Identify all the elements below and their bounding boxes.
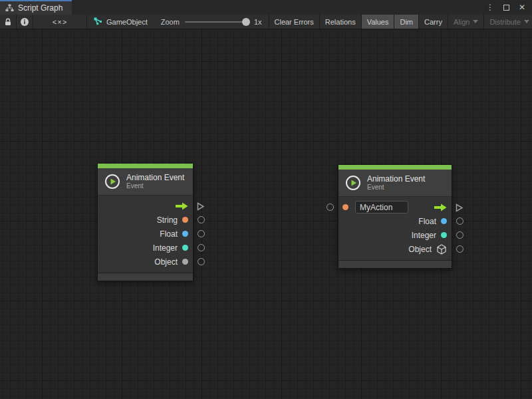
port-label: Float xyxy=(418,217,436,226)
tab-bar: Script Graph ⋮ ✕ xyxy=(0,0,532,15)
action-name-input[interactable]: MyAction xyxy=(355,201,408,213)
output-row: Float xyxy=(98,227,193,241)
values-toggle[interactable]: Values xyxy=(362,15,394,29)
node-accent-bar xyxy=(338,165,452,170)
script-graph-window: Script Graph ⋮ ✕ xyxy=(0,0,532,399)
string-type-icon xyxy=(342,204,348,210)
align-dropdown[interactable]: Align xyxy=(448,15,483,29)
graph-toolbar: <×> GameObject Zoom 1x Clear Errors Rela xyxy=(0,15,532,29)
integer-type-icon xyxy=(441,232,447,238)
node-title-block: Animation Event Event xyxy=(367,174,425,192)
flow-arrow-icon xyxy=(434,203,447,211)
string-type-icon xyxy=(182,217,188,223)
tab-title: Script Graph xyxy=(18,3,63,13)
event-play-icon xyxy=(345,175,361,191)
window-menu-icon[interactable]: ⋮ xyxy=(486,3,494,11)
action-input-port[interactable] xyxy=(327,203,334,211)
gameobject-graph-icon xyxy=(94,17,103,26)
output-row: Float xyxy=(338,214,452,228)
integer-type-icon xyxy=(182,245,188,251)
node-subtitle: Event xyxy=(126,182,184,190)
port-label: String xyxy=(157,215,178,225)
control-output-row xyxy=(98,199,193,213)
node-subtitle: Event xyxy=(367,184,425,192)
string-output-port[interactable] xyxy=(198,216,205,223)
clear-errors-button[interactable]: Clear Errors xyxy=(269,15,319,29)
port-label: Object xyxy=(154,257,178,267)
dim-toggle[interactable]: Dim xyxy=(394,15,418,29)
chevron-down-icon xyxy=(524,20,529,23)
action-input-row: MyAction xyxy=(338,200,452,214)
zoom-slider-handle[interactable] xyxy=(242,18,250,26)
control-output-port[interactable] xyxy=(196,201,205,213)
node-title-block: Animation Event Event xyxy=(126,173,184,190)
lock-button[interactable] xyxy=(0,15,16,29)
tab-script-graph[interactable]: Script Graph xyxy=(0,0,72,15)
zoom-label: Zoom xyxy=(161,18,180,26)
distribute-dropdown[interactable]: Distribute xyxy=(484,15,532,29)
info-icon xyxy=(20,17,29,27)
carry-toggle[interactable]: Carry xyxy=(419,15,448,29)
edit-source-button[interactable]: <×> xyxy=(33,15,86,29)
control-output-port[interactable] xyxy=(455,203,464,215)
node-body: MyAction Float Integer xyxy=(338,197,452,260)
node-animation-event-2[interactable]: Animation Event Event MyAction xyxy=(338,164,452,269)
chevron-down-icon xyxy=(473,20,478,23)
gameobject-button[interactable]: GameObject xyxy=(87,15,154,29)
node-animation-event-1[interactable]: Animation Event Event String xyxy=(97,163,194,281)
object-output-port[interactable] xyxy=(198,258,205,265)
node-title: Animation Event xyxy=(367,174,425,184)
port-label: Object xyxy=(408,245,432,254)
output-row: Object xyxy=(98,255,193,269)
distribute-label: Distribute xyxy=(489,18,520,26)
port-label: Float xyxy=(160,229,178,239)
float-type-icon xyxy=(441,218,447,224)
zoom-slider[interactable] xyxy=(185,21,249,23)
output-row: String xyxy=(98,213,193,227)
graph-hierarchy-icon xyxy=(5,4,14,12)
node-footer xyxy=(338,260,452,268)
graph-canvas[interactable]: Animation Event Event String xyxy=(0,29,532,399)
lock-icon xyxy=(3,17,13,27)
window-controls: ⋮ ✕ xyxy=(486,0,532,15)
object-type-icon xyxy=(182,259,188,265)
port-label: Integer xyxy=(412,231,436,240)
node-header[interactable]: Animation Event Event xyxy=(338,170,452,197)
gameobject-label: GameObject xyxy=(106,18,148,26)
float-type-icon xyxy=(182,231,188,237)
cube-icon xyxy=(436,244,447,255)
zoom-value: 1x xyxy=(254,18,262,26)
node-footer xyxy=(98,273,193,281)
flow-arrow-icon xyxy=(176,202,188,210)
output-row: Integer xyxy=(338,228,452,242)
close-icon[interactable]: ✕ xyxy=(519,3,525,11)
event-play-icon xyxy=(104,174,120,190)
align-label: Align xyxy=(454,18,469,26)
integer-output-port[interactable] xyxy=(198,244,205,251)
float-output-port[interactable] xyxy=(456,217,464,225)
node-body: String Float Integer Object xyxy=(98,196,193,273)
float-output-port[interactable] xyxy=(198,230,205,237)
info-button[interactable] xyxy=(17,15,33,29)
relations-toggle[interactable]: Relations xyxy=(320,15,361,29)
integer-output-port[interactable] xyxy=(456,231,464,239)
node-title: Animation Event xyxy=(126,173,184,182)
maximize-icon[interactable] xyxy=(503,5,509,11)
node-header[interactable]: Animation Event Event xyxy=(98,168,193,196)
output-row: Integer xyxy=(98,241,193,255)
zoom-control: Zoom 1x xyxy=(154,15,269,29)
object-output-port[interactable] xyxy=(456,245,464,253)
node-accent-bar xyxy=(98,164,193,168)
port-label: Integer xyxy=(153,243,178,253)
output-row: Object xyxy=(338,242,452,256)
